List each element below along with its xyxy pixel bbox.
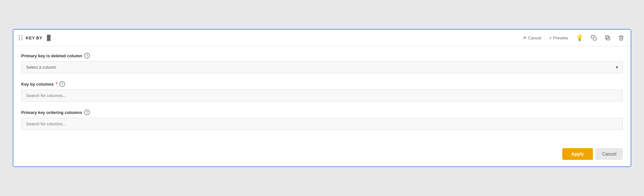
svg-rect-2 [605, 35, 609, 39]
card-title: KEY BY [26, 35, 42, 40]
ordering-columns-label: Primary key ordering columns [21, 110, 82, 115]
key-by-columns-search-input[interactable] [21, 90, 623, 102]
plus-icon: + [549, 35, 552, 40]
cancel-footer-button[interactable]: Cancel [595, 148, 623, 160]
cancel-header-button[interactable]: ✕ Cancel [522, 35, 542, 41]
trash-icon-button[interactable] [617, 34, 625, 42]
bulb-icon-button[interactable]: 💡 [575, 33, 584, 43]
clipboard-icon-button[interactable] [590, 34, 598, 42]
header-left: KEY BY ▐▌ [19, 35, 52, 41]
card-footer: Apply Cancel [13, 144, 631, 166]
primary-key-label-row: Primary key is deleted column ? [21, 53, 623, 59]
key-by-columns-label: Key by columns [21, 82, 54, 87]
primary-key-field-group: Primary key is deleted column ? Select a… [21, 53, 623, 73]
primary-key-help-icon[interactable]: ? [84, 53, 90, 59]
key-by-columns-field-group: Key by columns * ? [21, 81, 623, 102]
ordering-columns-field-group: Primary key ordering columns ? [21, 109, 623, 130]
duplicate-icon-button[interactable] [603, 34, 612, 42]
cancel-header-label: Cancel [528, 35, 541, 40]
ordering-columns-label-row: Primary key ordering columns ? [21, 109, 623, 115]
svg-rect-1 [607, 37, 610, 40]
primary-key-label: Primary key is deleted column [21, 53, 82, 58]
card-header: KEY BY ▐▌ ✕ Cancel + Preview 💡 [13, 30, 631, 46]
required-star: * [56, 81, 57, 87]
key-by-icon: ▐▌ [45, 35, 52, 41]
key-by-columns-help-icon[interactable]: ? [59, 81, 65, 87]
svg-rect-0 [593, 37, 596, 40]
preview-label: Preview [553, 35, 568, 40]
preview-button[interactable]: + Preview [548, 35, 569, 41]
apply-button[interactable]: Apply [562, 148, 593, 160]
cancel-x-icon: ✕ [523, 35, 527, 40]
ordering-columns-search-input[interactable] [21, 118, 623, 130]
primary-key-select[interactable]: Select a column [21, 61, 623, 73]
ordering-columns-help-icon[interactable]: ? [84, 109, 90, 115]
card-body: Primary key is deleted column ? Select a… [13, 46, 631, 144]
header-right: ✕ Cancel + Preview 💡 [522, 33, 625, 43]
key-by-columns-label-row: Key by columns * ? [21, 81, 623, 87]
key-by-card: KEY BY ▐▌ ✕ Cancel + Preview 💡 [13, 29, 631, 167]
drag-handle-icon[interactable] [19, 35, 23, 40]
primary-key-select-wrapper: Select a column ▼ [21, 61, 623, 73]
